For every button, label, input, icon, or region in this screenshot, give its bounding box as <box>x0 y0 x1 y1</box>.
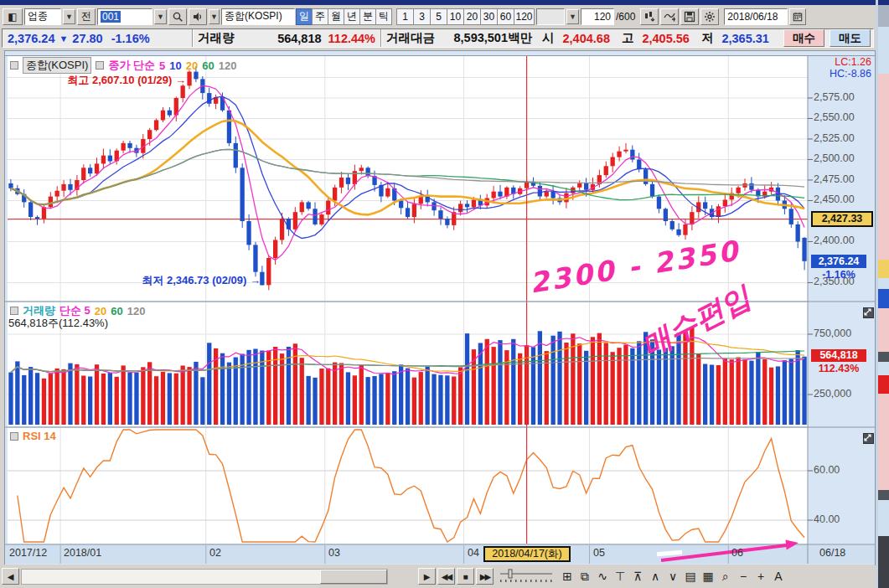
calendar-button[interactable] <box>789 8 806 25</box>
rsi-pane-expand-button[interactable] <box>863 433 874 444</box>
chart-style-icon[interactable]: ▦ <box>700 568 716 585</box>
rsi-legend-checkbox[interactable] <box>10 432 18 441</box>
axis-month-label: 2018/01 <box>64 547 101 559</box>
chart-scrollbar[interactable] <box>21 569 388 585</box>
extra-interval-dropdown-icon[interactable]: ▼ <box>566 9 579 24</box>
volume-axis-tick: 250,000 <box>814 388 851 400</box>
period-tab-일[interactable]: 일 <box>296 8 313 25</box>
crosshair-tool-icon[interactable]: ⊤ <box>612 568 628 585</box>
reference-price-tag: 2,427.33 <box>811 211 873 227</box>
interval-button-20[interactable]: 20 <box>463 8 481 25</box>
ma-5-label: 5 <box>159 59 165 72</box>
ma-legend-checkbox[interactable] <box>96 61 104 70</box>
sound-button[interactable] <box>189 8 207 25</box>
code-input[interactable]: 001 <box>97 8 152 25</box>
add-indicator-button[interactable] <box>660 8 679 25</box>
interval-button-30[interactable]: 30 <box>480 8 498 25</box>
code-dropdown-icon[interactable]: ▼ <box>154 9 167 24</box>
interval-button-3[interactable]: 3 <box>413 8 431 25</box>
market-type-dropdown-icon[interactable]: ▼ <box>63 9 75 24</box>
volume-pane-expand-button[interactable] <box>863 307 874 318</box>
bar-count-input[interactable]: 120 <box>581 8 614 25</box>
interval-button-1[interactable]: 1 <box>396 8 414 25</box>
axis-label-last: 06/18 <box>819 547 845 559</box>
rsi-legend-label: RSI 14 <box>23 430 56 442</box>
main-legend-checkbox[interactable] <box>10 61 18 70</box>
font-size-icon[interactable]: A <box>770 568 787 585</box>
chart-toolbar: ◧ 업종 ▼ 전 001 ▼ ▼ 종합(KOSPI) 일주월년 <box>0 5 876 28</box>
stop-button[interactable]: ■ <box>457 568 474 585</box>
axis-label-first: 2017/12 <box>9 547 47 559</box>
price-axis-tick: 2,575.00 <box>814 91 855 103</box>
period-tab-월[interactable]: 월 <box>328 8 344 25</box>
market-type-select[interactable]: 업종 <box>24 8 61 25</box>
axis-month-label: 05 <box>593 547 605 559</box>
save-button[interactable] <box>680 8 699 25</box>
market-type-label: 업종 <box>28 9 48 23</box>
speed-slider[interactable] <box>499 568 554 585</box>
interval-button-120[interactable]: 120 <box>514 8 535 25</box>
interval-button-10[interactable]: 10 <box>447 8 464 25</box>
open-value: 2,404.68 <box>563 32 610 45</box>
rewind-button[interactable]: ◀◀ <box>437 568 455 585</box>
date-input[interactable]: 2018/06/18 <box>724 8 788 25</box>
extra-interval-select[interactable] <box>536 8 565 25</box>
add-candle-button[interactable] <box>640 8 659 25</box>
ma-type-label: 종가 단순 <box>108 58 155 73</box>
value-segment: 거래대금 8,593,501백만 <box>381 29 537 47</box>
volume-readout: 564,818주(112.43%) <box>8 316 108 331</box>
sell-label: 매도 <box>839 31 861 46</box>
jeon-button[interactable]: 전 <box>77 8 96 25</box>
interval-button-5[interactable]: 5 <box>430 8 447 25</box>
period-tab-분[interactable]: 분 <box>359 8 376 25</box>
interval-button-60[interactable]: 60 <box>497 8 514 25</box>
volume-legend-checkbox[interactable] <box>10 307 18 315</box>
chart-area[interactable]: 종합(KOSPI) 종가 단순 5102060120 LC:1.26 HC:-8… <box>4 50 876 565</box>
volume-ma-120-label: 120 <box>127 305 146 317</box>
sound-dropdown-icon[interactable]: ▼ <box>209 9 220 24</box>
axis-month-label: 06 <box>731 547 743 559</box>
code-value: 001 <box>101 11 121 23</box>
search-button[interactable] <box>168 8 187 25</box>
capture-tool-icon[interactable]: ▤ <box>682 568 699 585</box>
scroll-left-button[interactable]: ◀ <box>2 568 19 585</box>
hts-chart-window: ◧ 업종 ▼ 전 001 ▼ ▼ 종합(KOSPI) 일주월년 <box>0 0 889 588</box>
add-candle-icon <box>643 11 655 23</box>
sell-button[interactable]: 매도 <box>830 29 871 47</box>
main-legend-title[interactable]: 종합(KOSPI) <box>23 57 91 74</box>
ma-120-label: 120 <box>219 59 237 72</box>
drawing-tools: ⊞⧉∿⊤⊼∧∨▤▦⌕−+A <box>559 568 787 585</box>
fast-forward-button[interactable]: ▶▶ <box>476 568 494 585</box>
cascade-windows-icon[interactable]: ⧉ <box>576 568 593 585</box>
zoom-out-icon[interactable]: − <box>735 568 752 585</box>
last-volume-percent-tag: 112.43% <box>811 363 866 374</box>
zoom-tool-icon[interactable]: ⌕ <box>717 568 734 585</box>
chart-scrollbar-thumb[interactable] <box>320 570 387 584</box>
panel-toggle-button[interactable]: ◧ <box>3 8 23 25</box>
zoom-in-icon[interactable]: + <box>752 568 769 585</box>
settings-button[interactable] <box>700 8 719 25</box>
high-point-annotation: 최고 2,607.10 (01/29) → <box>67 73 186 88</box>
down-pattern-tool-icon[interactable]: ∨ <box>664 568 681 585</box>
tile-windows-icon[interactable]: ⊞ <box>559 568 576 585</box>
period-tab-년[interactable]: 년 <box>344 8 360 25</box>
period-tab-주[interactable]: 주 <box>312 8 328 25</box>
add-indicator-icon <box>664 11 675 23</box>
mini-chart-icon[interactable]: ∿ <box>594 568 611 585</box>
gear-icon <box>704 11 716 23</box>
last-price-tag: 2,376.24 <box>811 255 866 268</box>
expand-icon <box>864 434 871 441</box>
price-axis-tick: 2,550.00 <box>814 111 855 123</box>
play-button[interactable]: ▶ <box>418 568 436 585</box>
volume-axis-tick: 750,000 <box>814 328 851 339</box>
period-tab-틱[interactable]: 틱 <box>375 8 392 25</box>
date-value: 2018/06/18 <box>727 11 778 23</box>
buy-button[interactable]: 매수 <box>783 29 824 47</box>
change-direction-icon: ▼ <box>59 34 68 44</box>
rsi-axis-tick: 40.00 <box>814 513 840 525</box>
volume-label: 거래량 <box>198 30 235 46</box>
trendline-tool-icon[interactable]: ⊼ <box>629 568 646 585</box>
up-pattern-tool-icon[interactable]: ∧ <box>647 568 664 585</box>
change-percent: -1.16% <box>111 32 150 45</box>
open-label: 시 <box>542 30 555 46</box>
